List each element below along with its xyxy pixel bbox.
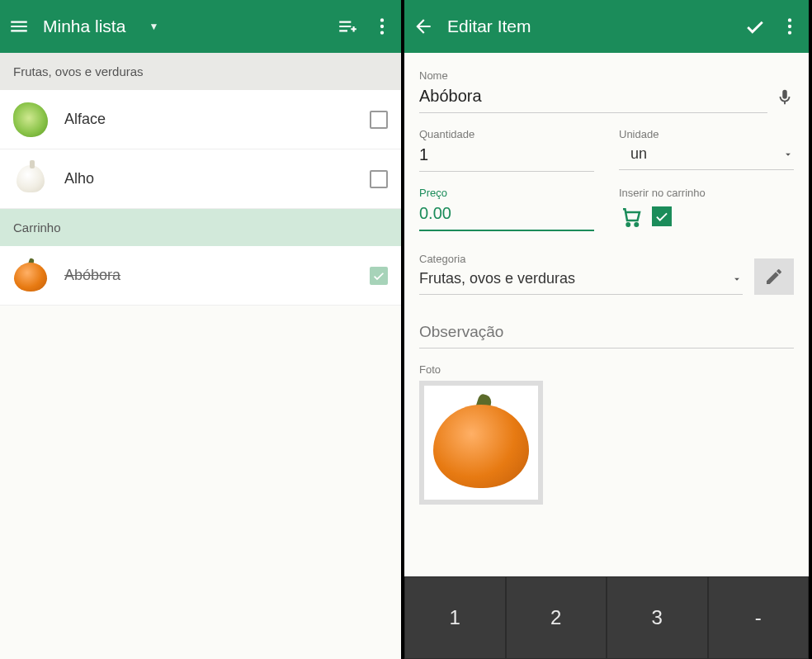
edit-item-screen: Editar Item Nome Abóbora Quantidade 1 Un… xyxy=(404,0,809,659)
edit-form: Nome Abóbora Quantidade 1 Unidade un xyxy=(404,53,809,576)
list-dropdown-icon[interactable]: ▼ xyxy=(149,21,158,32)
input-preco[interactable]: 0.00 xyxy=(419,199,594,231)
input-nome[interactable]: Abóbora xyxy=(419,82,767,113)
edit-category-button[interactable] xyxy=(754,258,794,295)
label-inserir: Inserir no carrinho xyxy=(619,187,794,199)
item-image-garlic xyxy=(13,162,48,197)
item-name: Abóbora xyxy=(64,267,353,284)
input-quantidade[interactable]: 1 xyxy=(419,140,594,172)
chevron-down-icon xyxy=(782,149,794,160)
left-appbar: Minha lista ▼ xyxy=(0,0,401,53)
section-header-produce: Frutas, ovos e verduras xyxy=(0,53,401,90)
confirm-icon[interactable] xyxy=(744,16,766,37)
item-checkbox[interactable] xyxy=(370,111,388,129)
list-item[interactable]: Alho xyxy=(0,149,401,209)
item-photo[interactable] xyxy=(419,381,543,505)
svg-point-1 xyxy=(635,223,639,226)
item-checkbox[interactable] xyxy=(370,267,388,285)
item-name: Alho xyxy=(64,170,353,187)
cart-icon xyxy=(619,204,644,229)
right-appbar: Editar Item xyxy=(404,0,809,53)
label-preco: Preço xyxy=(419,187,594,199)
key-3[interactable]: 3 xyxy=(607,576,708,659)
label-categoria: Categoria xyxy=(419,253,743,265)
numeric-keyboard: 1 2 3 - xyxy=(404,576,809,659)
insert-cart-checkbox[interactable] xyxy=(652,206,672,226)
menu-icon[interactable] xyxy=(8,16,30,37)
item-checkbox[interactable] xyxy=(370,170,388,188)
list-item[interactable]: Alface xyxy=(0,90,401,149)
list-item[interactable]: Abóbora xyxy=(0,246,401,306)
chevron-down-icon xyxy=(731,273,743,285)
label-foto: Foto xyxy=(419,363,794,376)
list-title[interactable]: Minha lista xyxy=(43,17,125,36)
section-header-cart: Carrinho xyxy=(0,209,401,246)
svg-point-0 xyxy=(627,223,630,226)
select-unidade[interactable]: un xyxy=(619,140,794,170)
key-minus[interactable]: - xyxy=(708,576,810,659)
more-icon[interactable] xyxy=(371,16,393,37)
back-icon[interactable] xyxy=(413,16,434,37)
key-2[interactable]: 2 xyxy=(506,576,607,659)
label-nome: Nome xyxy=(419,69,794,82)
item-image-pumpkin xyxy=(13,258,48,293)
select-categoria[interactable]: Frutas, ovos e verduras xyxy=(419,265,743,295)
more-icon[interactable] xyxy=(779,16,800,37)
input-observacao[interactable] xyxy=(419,315,794,348)
label-unidade: Unidade xyxy=(619,128,794,140)
key-1[interactable]: 1 xyxy=(404,576,506,659)
add-list-icon[interactable] xyxy=(337,16,358,37)
item-name: Alface xyxy=(64,111,353,128)
item-image-lettuce xyxy=(13,102,48,137)
unidade-value: un xyxy=(630,145,647,163)
edit-title: Editar Item xyxy=(447,17,531,36)
mic-icon[interactable] xyxy=(776,88,794,113)
list-screen: Minha lista ▼ Frutas, ovos e verduras Al… xyxy=(0,0,404,659)
label-quantidade: Quantidade xyxy=(419,128,594,140)
categoria-value: Frutas, ovos e verduras xyxy=(419,270,575,287)
